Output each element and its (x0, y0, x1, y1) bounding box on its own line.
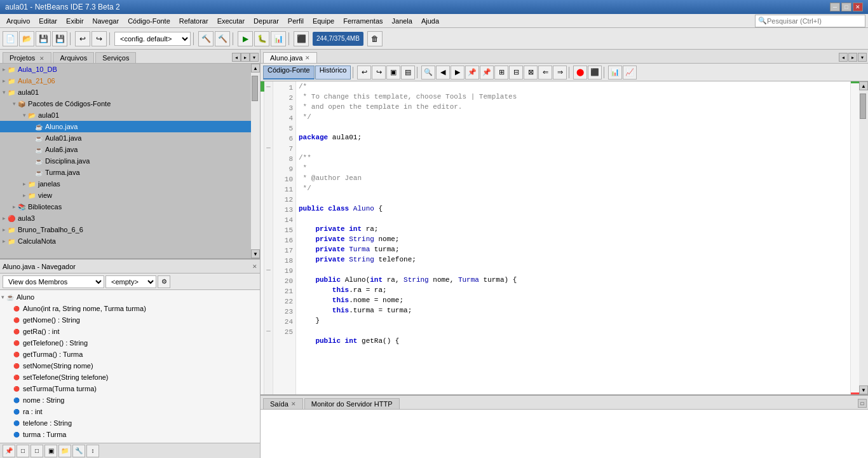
debug-project-button[interactable]: 🐛 (254, 31, 269, 46)
tree-expand-11[interactable]: ▸ (23, 192, 26, 198)
nav-member-5[interactable]: 🔴setNome(String nome) (1, 360, 259, 371)
tree-item-1[interactable]: ▸📁Aula_21_06 (0, 75, 251, 87)
menu-refatorar[interactable]: Refatorar (175, 16, 212, 26)
new-project-button[interactable]: 📄 (3, 31, 18, 46)
tree-item-4[interactable]: ▾📂aula01 (0, 109, 251, 121)
redo-button[interactable]: ↪ (92, 31, 107, 46)
scroll-track[interactable] (251, 73, 260, 249)
tab-projetos-close[interactable]: ✕ (39, 55, 44, 62)
tree-expand-4[interactable]: ▾ (23, 112, 26, 118)
left-panel-scroll-up[interactable]: ◂ (232, 53, 241, 62)
tab-projetos[interactable]: Projetos ✕ (3, 52, 51, 63)
output-tab-saida[interactable]: Saída ✕ (263, 398, 303, 409)
lp-btn1[interactable]: 📌 (3, 445, 15, 457)
fold-19[interactable]: ─ (264, 265, 273, 275)
lp-btn6[interactable]: 🔧 (72, 445, 85, 457)
tree-item-10[interactable]: ▸📁janelas (0, 178, 251, 190)
tree-expand-12[interactable]: ▸ (13, 204, 16, 210)
menu-exibir[interactable]: Exibir (62, 16, 88, 26)
nav-member-10[interactable]: 🔵telefone : String (1, 417, 259, 429)
navigator-filter-dropdown[interactable]: <empty> (105, 275, 156, 288)
menu-arquivo[interactable]: Arquivo (3, 16, 34, 26)
fold-7[interactable]: ─ (264, 142, 273, 153)
etb-nav1[interactable]: ⇐ (538, 66, 552, 80)
tree-item-14[interactable]: ▸📁Bruno_Trabalho_6_6 (0, 224, 251, 235)
config-dropdown[interactable]: <config. default> (114, 32, 191, 46)
historico-tab[interactable]: Histórico (315, 66, 351, 80)
tree-expand-1[interactable]: ▸ (3, 78, 6, 84)
profile-project-button[interactable]: 📊 (271, 31, 286, 46)
tree-item-15[interactable]: ▸📁CalculaNota (0, 235, 251, 247)
menu-editar[interactable]: Editar (35, 16, 61, 26)
nav-member-11[interactable]: 🔵turma : Turma (1, 429, 259, 440)
lp-btn7[interactable]: ↕ (86, 445, 99, 457)
nav-member-8[interactable]: 🔵nome : String (1, 394, 259, 406)
etb-chart2[interactable]: 📈 (623, 66, 637, 80)
codigo-fonte-tab[interactable]: Código-Fonte (263, 66, 315, 80)
etb-bookmark2[interactable]: 📌 (480, 66, 494, 80)
undo-button[interactable]: ↩ (75, 31, 90, 46)
close-button[interactable]: ✕ (853, 3, 863, 11)
nav-member-4[interactable]: 🔴getTurma() : Turma (1, 349, 259, 360)
scroll-thumb[interactable] (252, 76, 258, 101)
tab-arquivos[interactable]: Arquivos (53, 52, 94, 63)
etb-zoom-out[interactable]: 🔍 (421, 66, 435, 80)
menu-navegar[interactable]: Navegar (89, 16, 123, 26)
etb-breakpoint[interactable]: ⬤ (573, 66, 587, 80)
saida-tab-close[interactable]: ✕ (291, 401, 296, 407)
scroll-up-arrow[interactable]: ▲ (251, 64, 260, 73)
gc-button[interactable]: 🗑 (367, 31, 383, 46)
output-maximize-btn[interactable]: □ (858, 399, 867, 408)
editor-scroll-track[interactable] (859, 90, 868, 385)
nav-member-7[interactable]: 🔴setTurma(Turma turma) (1, 383, 259, 394)
stop-button[interactable]: ⬛ (294, 31, 309, 46)
nav-class-node[interactable]: ▾ ☕ Aluno (1, 291, 259, 303)
output-tab-http-monitor[interactable]: Monitor do Servidor HTTP (304, 398, 400, 409)
etb-nav2[interactable]: ⇒ (553, 66, 567, 80)
tree-expand-14[interactable]: ▸ (3, 226, 6, 233)
etb-bookmark1[interactable]: 📌 (465, 66, 479, 80)
tree-expand-15[interactable]: ▸ (3, 238, 6, 244)
tree-item-5[interactable]: ☕Aluno.java (0, 121, 251, 132)
tree-item-13[interactable]: ▸🔴aula3 (0, 212, 251, 224)
lp-btn4[interactable]: ▣ (44, 445, 57, 457)
etb-next-bookmark[interactable]: ▶ (451, 66, 465, 80)
nav-expand-icon[interactable]: ▾ (1, 294, 4, 300)
menu-depurar[interactable]: Depurar (250, 16, 283, 26)
lp-btn5[interactable]: 📁 (58, 445, 71, 457)
editor-tab-right-btn[interactable]: ▸ (848, 53, 857, 62)
menu-equipe[interactable]: Equipe (309, 16, 338, 26)
clean-build-button[interactable]: 🔨 (215, 31, 230, 46)
nav-member-3[interactable]: 🔴getTelefone() : String (1, 337, 259, 349)
navigator-settings-button[interactable]: ⚙ (158, 275, 170, 288)
tree-item-6[interactable]: ☕Aula01.java (0, 132, 251, 144)
run-project-button[interactable]: ▶ (238, 31, 253, 46)
nav-member-0[interactable]: 🔴Aluno(int ra, String nome, Turma turma) (1, 303, 259, 314)
editor-scrollbar[interactable]: ▲ ▼ (859, 81, 868, 394)
etb-bookmark4[interactable]: ⊟ (509, 66, 523, 80)
editor-scroll-thumb[interactable] (860, 94, 866, 119)
etb-back-history[interactable]: ↩ (357, 66, 371, 80)
etb-prev-bookmark[interactable]: ◀ (436, 66, 450, 80)
tree-item-9[interactable]: ☕Turma.java (0, 167, 251, 178)
menu-ajuda[interactable]: Ajuda (417, 16, 443, 26)
tree-expand-2[interactable]: ▾ (3, 89, 6, 95)
menu-ferramentas[interactable]: Ferramentas (339, 16, 386, 26)
etb-stop[interactable]: ⬛ (588, 66, 602, 80)
search-bar[interactable]: 🔍 (755, 15, 865, 27)
nav-member-6[interactable]: 🔴setTelefone(String telefone) (1, 371, 259, 383)
fold-1[interactable]: ─ (264, 81, 273, 92)
open-project-button[interactable]: 📂 (19, 31, 34, 46)
editor-scroll-down[interactable]: ▼ (859, 385, 868, 394)
editor-tab-aluno-close[interactable]: ✕ (305, 55, 310, 61)
editor-scroll-up[interactable]: ▲ (859, 81, 868, 90)
left-panel-menu[interactable]: ▾ (250, 53, 259, 62)
tree-item-11[interactable]: ▸📁view (0, 190, 251, 201)
nav-member-2[interactable]: 🔴getRa() : int (1, 326, 259, 337)
tab-servicos[interactable]: Serviços (95, 52, 136, 63)
search-input[interactable] (767, 17, 862, 25)
code-content[interactable]: /* * To change this template, choose Too… (296, 81, 850, 394)
menu-janela[interactable]: Janela (388, 16, 416, 26)
nav-member-9[interactable]: 🔵ra : int (1, 406, 259, 417)
build-project-button[interactable]: 🔨 (198, 31, 214, 46)
